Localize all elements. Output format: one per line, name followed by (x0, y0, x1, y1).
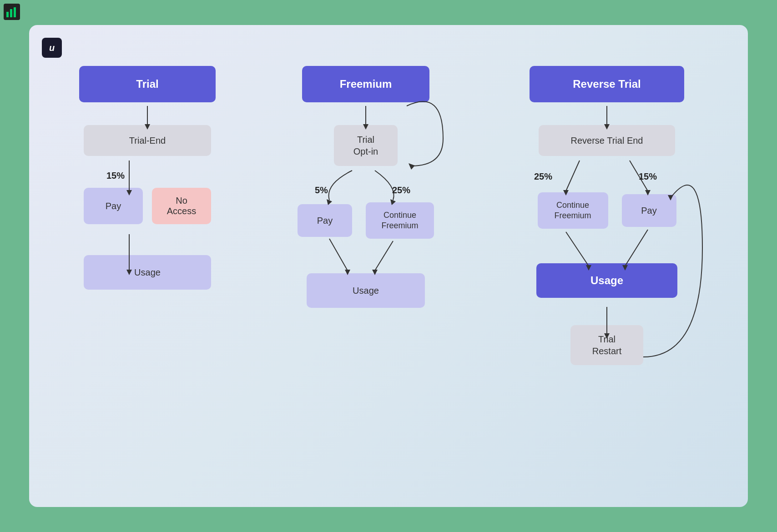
freemium-continue-box: Continue Freemium (366, 202, 434, 239)
reverse-end-label: Reverse Trial End (571, 136, 643, 146)
trial-pay-label: Pay (106, 201, 121, 211)
trial-pay-box: Pay (84, 188, 143, 224)
diagrams-container: 15% Trial Trial-End Pay No Access (43, 39, 734, 493)
svg-rect-35 (10, 9, 12, 17)
freemium-header-label: Freemium (340, 78, 392, 90)
trial-noaccess-label: No Access (167, 196, 196, 216)
reverse-usage-box: Usage (536, 263, 677, 298)
svg-rect-36 (14, 7, 16, 17)
freemium-pay-label: Pay (317, 216, 333, 226)
reverse-end-box: Reverse Trial End (539, 125, 675, 156)
svg-text:15%: 15% (639, 171, 657, 181)
trial-usage-label: Usage (134, 267, 161, 278)
freemium-column: 5% 25% Freemium Trial Opt-in (279, 66, 452, 308)
svg-line-15 (375, 241, 393, 271)
reverse-pay-box: Pay (622, 194, 676, 227)
svg-text:5%: 5% (315, 185, 328, 195)
main-frame: u 15% Trial Trial-End (29, 25, 748, 507)
svg-line-14 (329, 239, 348, 271)
reverse-continue-box: Continue Freemium (538, 192, 608, 229)
reverse-bottom-row: Continue Freemium Pay (538, 192, 676, 229)
freemium-pay-box: Pay (298, 204, 352, 237)
freemium-optin-label: Trial Opt-in (353, 134, 378, 157)
svg-line-23 (630, 161, 648, 191)
svg-line-26 (566, 232, 589, 266)
freemium-header-box: Freemium (302, 66, 429, 102)
freemium-continue-label: Continue Freemium (381, 210, 418, 231)
svg-text:25%: 25% (392, 185, 410, 195)
trial-column: 15% Trial Trial-End Pay No Access (70, 66, 225, 290)
reverse-pay-label: Pay (641, 206, 656, 216)
reverse-header-box: Reverse Trial (530, 66, 684, 102)
app-logo: u (42, 38, 62, 58)
trial-end-box: Trial-End (84, 125, 211, 156)
svg-text:15%: 15% (106, 171, 125, 181)
top-logo (4, 4, 20, 20)
top-logo-svg (4, 4, 20, 20)
svg-marker-13 (409, 163, 415, 170)
freemium-bottom-row: Pay Continue Freemium (298, 202, 434, 239)
reverse-restart-label: Trial Restart (592, 333, 621, 357)
svg-line-27 (625, 230, 648, 266)
freemium-usage-box: Usage (307, 273, 425, 308)
svg-text:25%: 25% (534, 171, 552, 181)
trial-bottom-row: Pay No Access (84, 188, 211, 224)
reverse-usage-label: Usage (590, 274, 623, 287)
trial-end-label: Trial-End (129, 136, 166, 146)
svg-rect-34 (6, 12, 9, 17)
trial-header-label: Trial (136, 78, 158, 90)
reverse-trial-column: 25% 15% Reverse Trial (507, 66, 707, 365)
reverse-restart-box: Trial Restart (570, 325, 643, 365)
svg-line-20 (566, 161, 580, 191)
trial-usage-box: Usage (84, 255, 211, 290)
freemium-optin-box: Trial Opt-in (334, 125, 398, 166)
trial-noaccess-box: No Access (152, 188, 211, 224)
trial-header-box: Trial (79, 66, 216, 102)
freemium-usage-label: Usage (353, 286, 379, 296)
reverse-header-label: Reverse Trial (573, 78, 641, 90)
reverse-continue-label: Continue Freemium (554, 200, 591, 221)
